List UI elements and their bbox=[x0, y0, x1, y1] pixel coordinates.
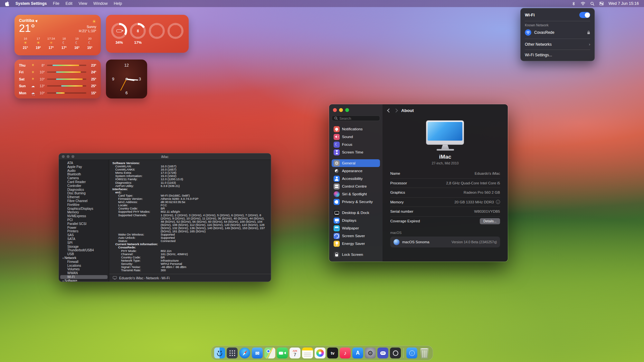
sysinfo-sidebar-wi-fi[interactable]: Wi-Fi bbox=[60, 275, 108, 279]
sysinfo-sidebar-sas[interactable]: SAS bbox=[59, 233, 109, 237]
breadcrumb-item[interactable]: Eduardo's iMac bbox=[119, 276, 143, 280]
dock-app-store[interactable]: A bbox=[352, 348, 363, 358]
wifi-toggle[interactable] bbox=[579, 12, 590, 18]
menu-view[interactable]: View bbox=[79, 1, 87, 6]
menu-window[interactable]: Window bbox=[93, 1, 108, 6]
close-button[interactable] bbox=[333, 108, 337, 112]
sidebar-item-appearance[interactable]: Appearance bbox=[332, 167, 380, 175]
dock-system-settings[interactable]: ⚙ bbox=[365, 348, 376, 358]
sidebar-item-screen-saver[interactable]: Screen Saver bbox=[332, 232, 380, 240]
sysinfo-sidebar-fibre-channel[interactable]: Fibre Channel bbox=[59, 199, 109, 203]
sysinfo-sidebar-wwan[interactable]: WWAN bbox=[59, 271, 109, 275]
sidebar-item-energy-saver[interactable]: Energy Saver bbox=[332, 240, 380, 247]
wifi-settings-item[interactable]: Wi-Fi Settings... bbox=[521, 51, 594, 59]
dock-finder[interactable] bbox=[214, 348, 225, 358]
dock-notes[interactable] bbox=[302, 348, 313, 358]
weather-widget[interactable]: Curitiba 21° ☀ Sunny H:21° L:10° 16☀21°1… bbox=[14, 15, 101, 55]
forecast-widget[interactable]: Thu☀8°23°Fri☀10°24°Sat☀10°25°Sun☁13°25°M… bbox=[14, 60, 101, 98]
search-input[interactable] bbox=[339, 116, 377, 120]
menubar-clock[interactable]: Wed 7 Jun 15:16 bbox=[609, 1, 639, 6]
macos-row[interactable]: macOS Sonoma Version 14.0 Beta (23A5257q… bbox=[390, 237, 500, 247]
search-icon[interactable] bbox=[590, 2, 594, 6]
sysinfo-sidebar-sata[interactable]: SATA bbox=[59, 237, 109, 241]
wifi-icon[interactable] bbox=[581, 2, 585, 5]
sidebar-item-wallpaper[interactable]: Wallpaper bbox=[332, 224, 380, 232]
sidebar-item-general[interactable]: General bbox=[332, 159, 380, 167]
forward-button[interactable] bbox=[394, 108, 398, 113]
menu-edit[interactable]: Edit bbox=[65, 1, 72, 6]
battery-widget[interactable]: 34%17% bbox=[106, 15, 189, 53]
search-field[interactable] bbox=[332, 116, 380, 121]
info-icon[interactable] bbox=[496, 200, 500, 204]
sysinfo-sidebar-bluetooth[interactable]: Bluetooth bbox=[59, 172, 109, 176]
sysinfo-sidebar-usb[interactable]: USB bbox=[59, 252, 109, 256]
sidebar-item-displays[interactable]: Displays bbox=[332, 217, 380, 224]
sysinfo-sidebar-thunderbolt-usb4[interactable]: Thunderbolt/USB4 bbox=[59, 248, 109, 252]
dock-discord[interactable] bbox=[377, 348, 388, 358]
breadcrumb-item[interactable]: Network bbox=[146, 276, 159, 280]
sysinfo-sidebar-parallel-scsi[interactable]: Parallel SCSI bbox=[59, 222, 109, 226]
dock-utility-app[interactable] bbox=[390, 348, 401, 358]
sysinfo-sidebar-audio[interactable]: Audio bbox=[59, 169, 109, 173]
dock-downloads[interactable]: ↓ bbox=[406, 348, 417, 358]
known-network-row[interactable]: CovasRede bbox=[521, 28, 594, 37]
zoom-button[interactable] bbox=[71, 155, 74, 158]
dock-music[interactable]: ♪ bbox=[340, 348, 351, 358]
clock-widget[interactable]: 12 3 6 9 bbox=[106, 60, 147, 98]
sysinfo-sidebar-pci[interactable]: PCI bbox=[59, 218, 109, 222]
sidebar-item-screen-time[interactable]: Screen Time bbox=[332, 148, 380, 156]
dock-launchpad[interactable] bbox=[227, 348, 238, 358]
sysinfo-titlebar[interactable]: iMac bbox=[59, 153, 271, 160]
sidebar-item-control-centre[interactable]: Control Centre bbox=[332, 182, 380, 190]
menu-help[interactable]: Help bbox=[114, 1, 122, 6]
dock-mail[interactable]: ✉ bbox=[252, 348, 263, 358]
sidebar-item-desktop-dock[interactable]: Desktop & Dock bbox=[332, 209, 380, 217]
zoom-button[interactable] bbox=[345, 108, 349, 112]
sysinfo-sidebar-printers[interactable]: Printers bbox=[59, 229, 109, 233]
sysinfo-sidebar-controller[interactable]: Controller bbox=[59, 184, 109, 188]
dock-safari[interactable] bbox=[239, 348, 250, 358]
sysinfo-sidebar-software[interactable]: Software bbox=[59, 279, 109, 282]
sysinfo-sidebar-camera[interactable]: Camera bbox=[59, 176, 109, 180]
minimize-button[interactable] bbox=[339, 108, 343, 112]
sysinfo-sidebar-spi[interactable]: SPI bbox=[59, 241, 109, 245]
sysinfo-sidebar-storage[interactable]: Storage bbox=[59, 245, 109, 249]
active-app-name[interactable]: System Settings bbox=[15, 1, 47, 6]
control-center-icon[interactable] bbox=[599, 1, 604, 6]
sidebar-item-accessibility[interactable]: Accessibility bbox=[332, 175, 380, 182]
sidebar-item-notifications[interactable]: Notifications bbox=[332, 125, 380, 133]
sysinfo-sidebar-firewall[interactable]: Firewall bbox=[59, 260, 109, 264]
dock-bin[interactable] bbox=[419, 348, 430, 358]
sysinfo-sidebar-apple-pay[interactable]: Apple Pay bbox=[59, 165, 109, 169]
dock-tv[interactable]: tv bbox=[327, 348, 338, 358]
sysinfo-sidebar-nvmexpress[interactable]: NVMExpress bbox=[59, 214, 109, 218]
sysinfo-sidebar-disc-burning[interactable]: Disc Burning bbox=[59, 191, 109, 195]
other-networks-item[interactable]: Other Networks › bbox=[521, 41, 594, 48]
sysinfo-sidebar-power[interactable]: Power bbox=[59, 226, 109, 230]
apple-logo-icon[interactable] bbox=[5, 1, 9, 6]
sysinfo-sidebar-network[interactable]: Network bbox=[59, 256, 109, 260]
sysinfo-sidebar-volumes[interactable]: Volumes bbox=[59, 267, 109, 271]
sidebar-item-focus[interactable]: Focus bbox=[332, 141, 380, 148]
sysinfo-sidebar-ata[interactable]: ATA bbox=[59, 161, 109, 165]
sysinfo-sidebar-firewire[interactable]: FireWire bbox=[59, 203, 109, 207]
sysinfo-sidebar-diagnostics[interactable]: Diagnostics bbox=[59, 188, 109, 192]
sysinfo-sidebar-graphics-displays[interactable]: Graphics/Displays bbox=[59, 207, 109, 211]
bluetooth-icon[interactable] bbox=[572, 2, 576, 6]
sysinfo-sidebar-card-reader[interactable]: Card Reader bbox=[59, 180, 109, 184]
dock-facetime[interactable] bbox=[277, 348, 288, 358]
sidebar-item-privacy-security[interactable]: Privacy & Security bbox=[332, 198, 380, 206]
close-button[interactable] bbox=[62, 155, 65, 158]
sidebar-item-siri-spotlight[interactable]: Siri & Spotlight bbox=[332, 190, 380, 198]
sysinfo-sidebar-memory[interactable]: Memory bbox=[59, 210, 109, 214]
minimize-button[interactable] bbox=[67, 155, 70, 158]
sidebar-item-sound[interactable]: Sound bbox=[332, 133, 380, 141]
dock-maps[interactable] bbox=[264, 348, 275, 358]
menu-file[interactable]: File bbox=[53, 1, 59, 6]
sidebar-item-lock-screen[interactable]: Lock Screen bbox=[332, 251, 380, 258]
dock-photos[interactable] bbox=[315, 348, 326, 358]
breadcrumb-item[interactable]: Wi-Fi bbox=[161, 276, 170, 280]
back-button[interactable] bbox=[387, 108, 391, 113]
sysinfo-sidebar-ethernet[interactable]: Ethernet bbox=[59, 195, 109, 199]
dock-calendar[interactable]: JUN7 bbox=[289, 348, 300, 358]
